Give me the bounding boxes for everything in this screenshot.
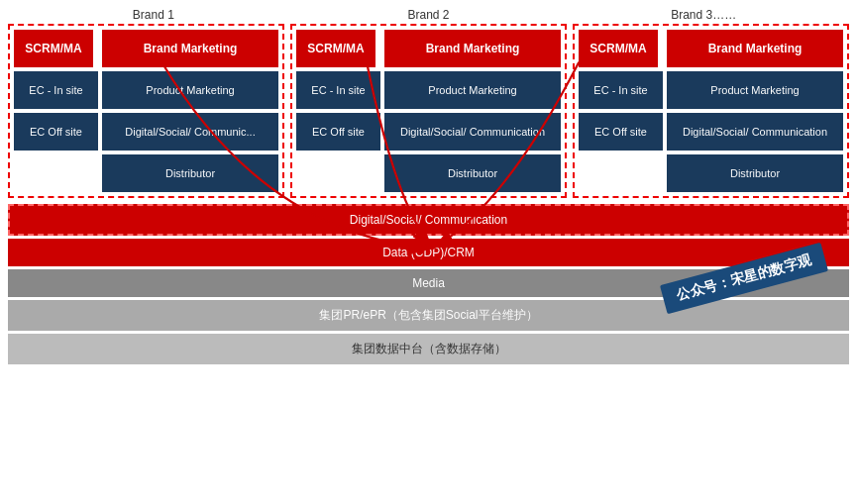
brand2-brand-marketing: Brand Marketing xyxy=(384,30,561,67)
bar-data-center: 集团数据中台（含数据存储） xyxy=(8,334,849,364)
brand2-right-col: Brand Marketing Product Marketing Digita… xyxy=(384,30,561,192)
brand-group-1: SCRM/MA EC - In site EC Off site Brand M… xyxy=(8,24,284,198)
brand3-left-col: SCRM/MA EC - In site EC Off site xyxy=(579,30,663,192)
bar-pr-epr: 集团PR/ePR（包含集团Social平台维护） xyxy=(8,300,849,331)
brand3-ec-insite: EC - In site xyxy=(579,71,663,109)
brand1-digital-social: Digital/Social/ Communic... xyxy=(102,113,278,151)
brand3-distributor: Distributor xyxy=(667,154,843,192)
brand1-ec-offsite: EC Off site xyxy=(14,113,98,151)
brand3-right-col: Brand Marketing Product Marketing Digita… xyxy=(667,30,843,192)
brand2-ec-insite: EC - In site xyxy=(296,71,380,109)
brand-group-2: SCRM/MA EC - In site EC Off site Brand M… xyxy=(290,24,567,198)
brand1-scrm: SCRM/MA xyxy=(14,30,93,67)
brand1-right-col: Brand Marketing Product Marketing Digita… xyxy=(102,30,278,192)
brand2-scrm: SCRM/MA xyxy=(296,30,375,67)
brand3-digital-social: Digital/Social/ Communication xyxy=(667,113,843,151)
main-container: Brand 1 Brand 2 Brand 3…… SCRM/MA EC - I… xyxy=(0,0,857,372)
brand2-distributor: Distributor xyxy=(384,154,561,192)
brand1-label: Brand 1 xyxy=(16,8,291,22)
brand2-label: Brand 2 xyxy=(291,8,567,22)
brand2-ec-offsite: EC Off site xyxy=(296,113,380,151)
bar-digital-social: Digital/Social/ Communication xyxy=(8,204,849,236)
brand1-brand-marketing: Brand Marketing xyxy=(102,30,278,67)
brand1-product-marketing: Product Marketing xyxy=(102,71,278,109)
bar-data-cdp: Data (CDP)/CRM xyxy=(8,239,849,266)
brand3-scrm: SCRM/MA xyxy=(579,30,658,67)
brand-group-3: SCRM/MA EC - In site EC Off site Brand M… xyxy=(573,24,849,198)
brand3-ec-offsite: EC Off site xyxy=(579,113,663,151)
brand2-digital-social: Digital/Social/ Communication xyxy=(384,113,561,151)
brand1-left-col: SCRM/MA EC - In site EC Off site xyxy=(14,30,98,192)
brand3-label: Brand 3…… xyxy=(566,8,841,22)
brand1-distributor: Distributor xyxy=(102,154,278,192)
brand2-product-marketing: Product Marketing xyxy=(384,71,561,109)
brand3-brand-marketing: Brand Marketing xyxy=(667,30,843,67)
brand1-ec-insite: EC - In site xyxy=(14,71,98,109)
brand2-left-col: SCRM/MA EC - In site EC Off site xyxy=(296,30,380,192)
brands-area: SCRM/MA EC - In site EC Off site Brand M… xyxy=(8,24,849,198)
brand-header-row: Brand 1 Brand 2 Brand 3…… xyxy=(8,8,849,22)
brand3-product-marketing: Product Marketing xyxy=(667,71,843,109)
